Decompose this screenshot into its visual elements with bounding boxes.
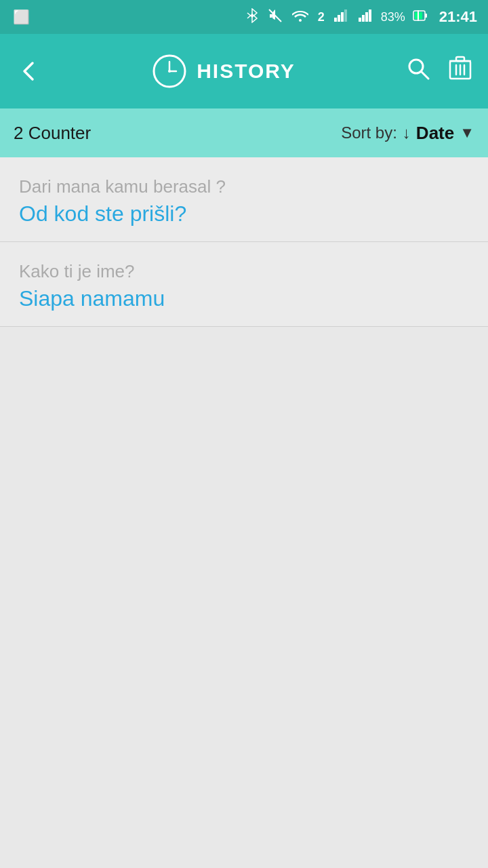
list-item-secondary-2: Kako ti je ime? (19, 261, 469, 282)
toolbar: HISTORY (0, 34, 488, 108)
svg-line-21 (422, 72, 428, 79)
sort-direction-icon: ↓ (403, 123, 411, 142)
svg-rect-5 (338, 15, 340, 22)
svg-rect-24 (456, 57, 464, 61)
mute-icon (268, 8, 283, 26)
list-item-primary-2: Siapa namamu (19, 286, 469, 311)
counter-label: 2 Counter (14, 123, 91, 144)
sort-dropdown-icon[interactable]: ▼ (460, 124, 474, 142)
status-time: 21:41 (439, 8, 477, 26)
svg-rect-6 (341, 12, 344, 22)
svg-rect-11 (369, 9, 371, 22)
back-button[interactable] (16, 59, 41, 83)
image-icon: ⬜ (13, 9, 30, 25)
toolbar-actions (407, 56, 472, 87)
sort-value: Date (416, 123, 454, 144)
status-bar-left: ⬜ (11, 9, 32, 25)
list-item[interactable]: Kako ti je ime? Siapa namamu (0, 242, 488, 327)
status-bar: ⬜ 2 (0, 0, 488, 34)
svg-rect-4 (334, 18, 337, 22)
wifi-icon (292, 9, 308, 25)
sort-prefix: Sort by: (341, 123, 397, 142)
delete-button[interactable] (449, 56, 472, 87)
svg-rect-7 (344, 9, 347, 22)
list-container: Dari mana kamu berasal ? Od kod ste priš… (0, 157, 488, 327)
list-item[interactable]: Dari mana kamu berasal ? Od kod ste priš… (0, 157, 488, 242)
bluetooth-icon (246, 8, 258, 26)
toolbar-title: HISTORY (197, 60, 296, 83)
battery-icon (413, 9, 428, 25)
sim2-icon: 2 (318, 10, 325, 24)
search-button[interactable] (407, 57, 430, 85)
svg-rect-13 (425, 14, 427, 18)
toolbar-title-area: HISTORY (152, 54, 296, 89)
sort-area[interactable]: Sort by: ↓ Date ▼ (341, 123, 474, 144)
list-item-secondary-1: Dari mana kamu berasal ? (19, 176, 469, 197)
svg-point-19 (168, 70, 171, 73)
svg-rect-10 (365, 12, 368, 22)
history-clock-icon (152, 54, 187, 89)
signal2-icon (359, 9, 373, 25)
signal-icon (334, 9, 349, 25)
svg-rect-9 (362, 15, 365, 22)
counter-bar: 2 Counter Sort by: ↓ Date ▼ (0, 108, 488, 157)
svg-rect-8 (359, 18, 361, 22)
svg-rect-2 (270, 14, 272, 18)
battery-percentage: 83% (381, 10, 405, 24)
list-item-primary-1: Od kod ste prišli? (19, 201, 469, 226)
